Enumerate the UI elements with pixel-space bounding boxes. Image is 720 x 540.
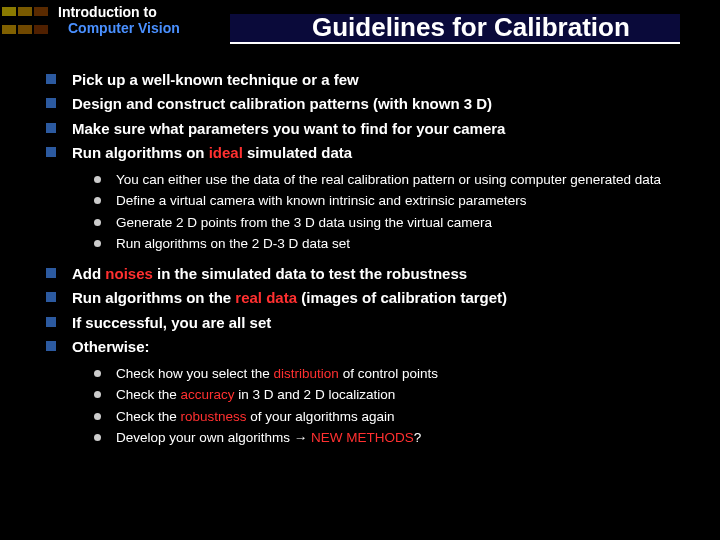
bullet-item: If successful, you are all set xyxy=(30,311,700,334)
slide-title: Guidelines for Calibration xyxy=(312,12,630,43)
course-line1: Introduction to xyxy=(58,4,180,20)
sub-bullet-item: Check how you select the distribution of… xyxy=(30,364,700,384)
bullet-list-2: Add noises in the simulated data to test… xyxy=(30,262,700,358)
sub-list-2: Check how you select the distribution of… xyxy=(30,364,700,448)
slide-header: Introduction to Computer Vision Guidelin… xyxy=(0,0,720,58)
bullet-item: Design and construct calibration pattern… xyxy=(30,92,700,115)
bullet-item: Run algorithms on the real data (images … xyxy=(30,286,700,309)
slide-body: Pick up a well-known technique or a fewD… xyxy=(0,58,720,448)
bullet-list-1: Pick up a well-known technique or a fewD… xyxy=(30,68,700,164)
course-label: Introduction to Computer Vision xyxy=(58,4,180,36)
sub-bullet-item: Generate 2 D points from the 3 D data us… xyxy=(30,213,700,233)
sub-bullet-item: Define a virtual camera with known intri… xyxy=(30,191,700,211)
sub-bullet-item: Develop your own algorithms → NEW METHOD… xyxy=(30,428,700,448)
bullet-item: Make sure what parameters you want to fi… xyxy=(30,117,700,140)
bullet-item: Pick up a well-known technique or a few xyxy=(30,68,700,91)
sub-bullet-item: Check the robustness of your algorithms … xyxy=(30,407,700,427)
bullet-item: Otherwise: xyxy=(30,335,700,358)
sub-bullet-item: Check the accuracy in 3 D and 2 D locali… xyxy=(30,385,700,405)
course-line2: Computer Vision xyxy=(68,20,180,36)
bullet-item: Add noises in the simulated data to test… xyxy=(30,262,700,285)
logo-blocks xyxy=(2,2,52,38)
sub-list-1: You can either use the data of the real … xyxy=(30,170,700,254)
sub-bullet-item: Run algorithms on the 2 D-3 D data set xyxy=(30,234,700,254)
bullet-item: Run algorithms on ideal simulated data xyxy=(30,141,700,164)
sub-bullet-item: You can either use the data of the real … xyxy=(30,170,700,190)
